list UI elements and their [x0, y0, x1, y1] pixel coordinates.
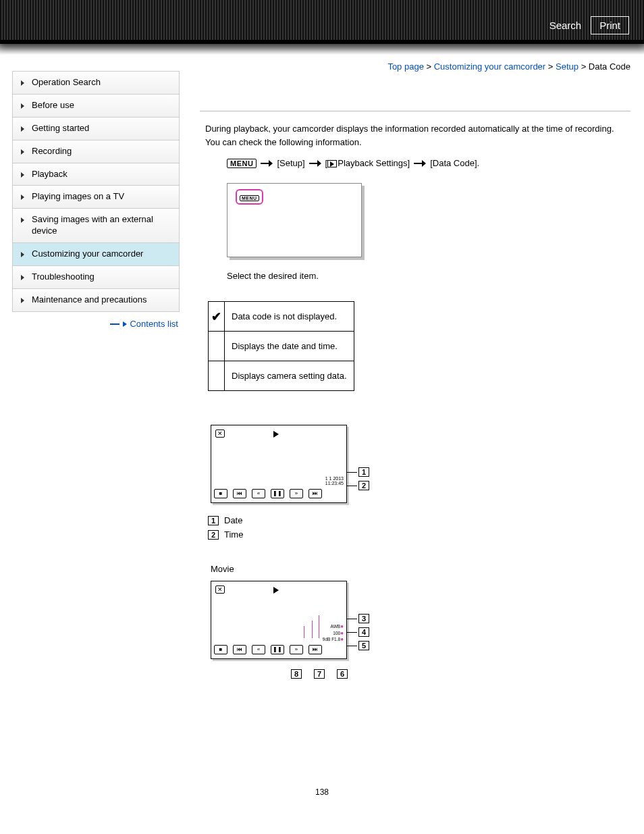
forward-button-icon[interactable]: » [290, 645, 303, 654]
callout-2: 2 [358, 481, 369, 490]
stop-button-icon[interactable]: ■ [214, 645, 227, 654]
sidebar-item-maintenance[interactable]: Maintenance and precautions [13, 289, 179, 312]
sidebar-item-saving-external[interactable]: Saving images with an external device [13, 209, 179, 243]
camera-data-preview-panel: ✕ AWB● 100● 9dB F1.8● ■ ⏮ « ❚❚ » ⏭ 3 4 [211, 581, 347, 659]
print-button[interactable]: Print [591, 16, 629, 34]
sidebar-item-playing-on-tv[interactable]: Playing images on a TV [13, 186, 179, 209]
intro-text: During playback, your camcorder displays… [200, 122, 630, 149]
menu-chip-icon: MENU [227, 159, 257, 168]
forward-button-icon[interactable]: » [290, 489, 303, 498]
nav-list: Operation Search Before use Getting star… [12, 71, 180, 312]
breadcrumb-top[interactable]: Top page [387, 61, 424, 72]
camera-section-label: Movie [211, 564, 630, 574]
callout-8: 8 [291, 669, 302, 679]
datetime-preview-panel: ✕ 1 1 2013 11:23:45 ■ ⏮ « ❚❚ » ⏭ 1 2 [211, 425, 347, 503]
legend-num-2: 2 [208, 530, 219, 540]
callout-1: 1 [358, 467, 369, 477]
breadcrumb-current: Data Code [589, 61, 630, 72]
procedure-line: MENU [Setup] [Playback Settings] [Data C… [200, 158, 630, 168]
iso-text: 100 [333, 631, 340, 635]
callout-7: 7 [314, 669, 325, 679]
callout-4: 4 [358, 627, 369, 637]
prev-button-icon[interactable]: ⏮ [233, 489, 246, 498]
option-text: Displays the date and time. [225, 332, 354, 361]
next-button-icon[interactable]: ⏭ [308, 645, 322, 654]
rewind-button-icon[interactable]: « [252, 489, 265, 498]
main-content: Top page > Customizing your camcorder > … [200, 71, 630, 713]
contents-list-link[interactable]: Contents list [12, 312, 180, 336]
datetime-overlay: 1 1 2013 11:23:45 [325, 476, 344, 486]
page-number: 138 [0, 787, 644, 797]
arrow-icon [414, 160, 426, 167]
divider [200, 111, 630, 111]
search-link[interactable]: Search [549, 20, 582, 31]
rewind-button-icon[interactable]: « [252, 645, 265, 654]
sidebar-item-recording[interactable]: Recording [13, 140, 179, 163]
menu-screenshot: MENU [227, 183, 362, 257]
table-row: Displays camera setting data. [209, 361, 354, 391]
procedure-step-datacode: [Data Code]. [430, 158, 479, 168]
option-text: Data code is not displayed. [225, 302, 354, 332]
option-icon-cell [209, 361, 225, 391]
date-text: 1 1 2013 [325, 476, 344, 481]
sidebar: Operation Search Before use Getting star… [12, 71, 180, 713]
header-bar: Search Print [0, 0, 644, 44]
time-text: 11:23:45 [325, 481, 344, 486]
procedure-step-playback: [Playback Settings] [325, 158, 410, 168]
options-table: ✔ Data code is not displayed. Displays t… [208, 301, 354, 391]
breadcrumb: Top page > Customizing your camcorder > … [200, 61, 630, 72]
camera-data-overlay: AWB● 100● 9dB F1.8● [323, 623, 344, 642]
bottom-callouts: 8 7 6 [291, 669, 348, 679]
legend-label-time: Time [224, 529, 243, 540]
legend-num-1: 1 [208, 516, 219, 525]
sidebar-item-getting-started[interactable]: Getting started [13, 118, 179, 140]
sidebar-item-customizing[interactable]: Customizing your camcorder [13, 243, 179, 266]
close-icon[interactable]: ✕ [215, 585, 225, 594]
playback-settings-label: Playback Settings] [338, 158, 410, 168]
arrow-right-icon [123, 321, 127, 327]
pause-button-icon[interactable]: ❚❚ [271, 489, 284, 498]
procedure-step-setup: [Setup] [277, 158, 304, 168]
menu-highlight: MENU [236, 189, 263, 205]
select-caption: Select the desired item. [227, 271, 630, 281]
arrow-icon [309, 160, 321, 167]
next-button-icon[interactable]: ⏭ [308, 489, 322, 498]
sidebar-item-playback[interactable]: Playback [13, 163, 179, 186]
arrow-icon [261, 160, 273, 167]
option-icon-cell [209, 332, 225, 361]
stop-button-icon[interactable]: ■ [214, 489, 227, 498]
playback-icon [327, 160, 337, 167]
gain-aperture-text: 9dB F1.8 [323, 637, 340, 642]
menu-chip-icon: MENU [240, 195, 259, 201]
datetime-legend: 1 Date 2 Time [208, 515, 630, 540]
prev-button-icon[interactable]: ⏮ [233, 645, 246, 654]
option-checkmark-cell: ✔ [209, 302, 225, 332]
playback-controls: ■ ⏮ « ❚❚ » ⏭ [214, 489, 344, 498]
callout-3: 3 [358, 614, 369, 623]
table-row: ✔ Data code is not displayed. [209, 302, 354, 332]
playback-controls: ■ ⏮ « ❚❚ » ⏭ [214, 645, 344, 654]
table-row: Displays the date and time. [209, 332, 354, 361]
sidebar-item-operation-search[interactable]: Operation Search [13, 72, 179, 95]
close-icon[interactable]: ✕ [215, 429, 225, 438]
breadcrumb-customizing[interactable]: Customizing your camcorder [434, 61, 545, 72]
option-text: Displays camera setting data. [225, 361, 354, 391]
awb-text: AWB [331, 624, 341, 629]
callout-6: 6 [337, 669, 348, 679]
sidebar-item-before-use[interactable]: Before use [13, 95, 179, 118]
callout-5: 5 [358, 641, 369, 650]
pause-button-icon[interactable]: ❚❚ [271, 645, 284, 654]
sidebar-item-troubleshooting[interactable]: Troubleshooting [13, 266, 179, 289]
play-icon [273, 587, 279, 594]
check-icon: ✔ [211, 310, 221, 323]
legend-label-date: Date [224, 515, 242, 525]
breadcrumb-setup[interactable]: Setup [556, 61, 579, 72]
contents-list-label: Contents list [130, 319, 178, 329]
play-icon [273, 431, 279, 438]
